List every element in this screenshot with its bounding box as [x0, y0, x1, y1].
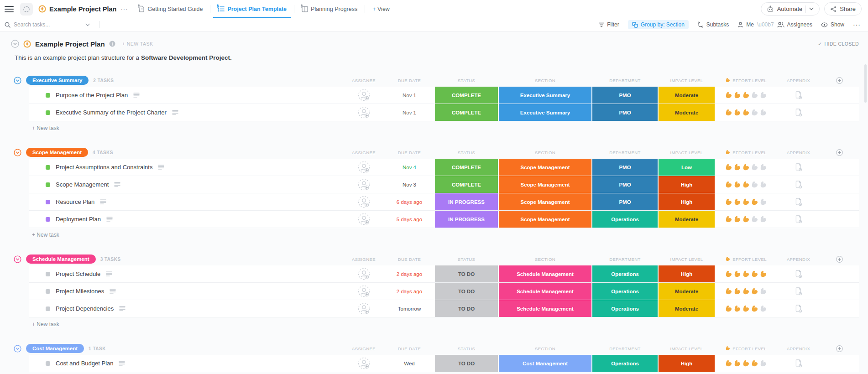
task-status-badge[interactable]: COMPLETE: [434, 87, 498, 104]
task-department-badge[interactable]: PMO: [592, 193, 658, 210]
group-collapse-chevron[interactable]: [14, 345, 21, 353]
task-due-date[interactable]: Nov 3: [384, 176, 434, 193]
task-section-badge[interactable]: Scope Management: [498, 211, 592, 228]
column-header-appendix[interactable]: APPENDIX: [777, 346, 820, 351]
column-header-department[interactable]: DEPARTMENT: [592, 78, 658, 83]
task-row[interactable]: Project Assumptions and Constraints Nov …: [11, 159, 859, 176]
new-task-button[interactable]: + New task: [29, 228, 859, 239]
column-header-effort-level[interactable]: EFFORT LEVEL: [715, 150, 777, 155]
task-department-badge[interactable]: PMO: [592, 104, 658, 121]
task-status-badge[interactable]: COMPLETE: [434, 176, 498, 193]
column-header-section[interactable]: SECTION: [498, 257, 592, 262]
task-status-square[interactable]: [46, 217, 50, 222]
task-name[interactable]: Cost and Budget Plan: [56, 360, 113, 367]
task-department-badge[interactable]: Operations: [592, 300, 658, 317]
task-impact-badge[interactable]: Moderate: [658, 300, 715, 317]
more-options-button[interactable]: ···: [853, 21, 861, 28]
task-section-badge[interactable]: Schedule Management: [498, 283, 592, 300]
hamburger-menu-icon[interactable]: [5, 6, 14, 12]
column-header-section[interactable]: SECTION: [498, 78, 592, 83]
task-due-date[interactable]: 2 days ago: [384, 283, 434, 300]
assignee-add-icon[interactable]: [358, 161, 370, 173]
assignee-add-icon[interactable]: [358, 196, 370, 208]
appendix-document-icon[interactable]: [795, 215, 802, 223]
column-header-status[interactable]: STATUS: [434, 150, 498, 155]
column-header-assignee[interactable]: ASSIGNEE: [343, 78, 384, 83]
task-status-badge[interactable]: IN PROGRESS: [434, 211, 498, 228]
task-due-date[interactable]: Nov 1: [384, 87, 434, 104]
task-section-badge[interactable]: Scope Management: [498, 176, 592, 193]
appendix-document-icon[interactable]: [795, 197, 802, 206]
group-collapse-chevron[interactable]: [14, 77, 21, 84]
search-input[interactable]: [14, 21, 82, 28]
task-status-badge[interactable]: COMPLETE: [434, 159, 498, 176]
chevron-down-icon[interactable]: [85, 23, 90, 26]
task-due-date[interactable]: Nov 4: [384, 159, 434, 176]
column-header-due-date[interactable]: DUE DATE: [384, 150, 434, 155]
group-name-chip[interactable]: Schedule Management: [26, 255, 96, 264]
task-impact-badge[interactable]: Low: [658, 159, 715, 176]
column-header-department[interactable]: DEPARTMENT: [592, 150, 658, 155]
task-impact-badge[interactable]: Moderate: [658, 283, 715, 300]
column-header-section[interactable]: SECTION: [498, 150, 592, 155]
tab-planning-progress[interactable]: Planning Progress: [297, 0, 362, 18]
task-effort-level[interactable]: [715, 87, 777, 104]
task-due-date[interactable]: Tomorrow: [384, 300, 434, 317]
column-header-department[interactable]: DEPARTMENT: [592, 346, 658, 351]
column-header-impact-level[interactable]: IMPACT LEVEL: [658, 78, 715, 83]
column-header-assignee[interactable]: ASSIGNEE: [343, 150, 384, 155]
task-status-square[interactable]: [46, 182, 50, 187]
task-section-badge[interactable]: Cost Management: [498, 355, 592, 372]
task-name[interactable]: Scope Management: [56, 181, 109, 188]
new-task-button[interactable]: + New task: [29, 121, 859, 132]
task-row[interactable]: Project Milestones 2 days ago TO DO Sche…: [11, 283, 859, 300]
add-column-button[interactable]: [820, 77, 859, 84]
title-ellipsis-menu[interactable]: ···: [120, 5, 128, 12]
task-effort-level[interactable]: [715, 355, 777, 372]
task-name[interactable]: Project Schedule: [56, 270, 100, 277]
task-name[interactable]: Resource Plan: [56, 198, 94, 205]
column-header-section[interactable]: SECTION: [498, 346, 592, 351]
loading-spinner-icon[interactable]: [20, 3, 33, 16]
column-header-impact-level[interactable]: IMPACT LEVEL: [658, 150, 715, 155]
task-status-square[interactable]: [46, 165, 50, 170]
task-due-date[interactable]: 6 days ago: [384, 193, 434, 210]
task-status-square[interactable]: [46, 289, 50, 294]
task-row[interactable]: Scope Management Nov 3 COMPLETE Scope Ma…: [11, 176, 859, 193]
task-row[interactable]: Purpose of the Project Plan Nov 1 COMPLE…: [11, 87, 859, 104]
filter-button[interactable]: Filter: [599, 21, 619, 28]
assignee-add-icon[interactable]: [358, 213, 370, 225]
task-effort-level[interactable]: [715, 300, 777, 317]
subtasks-button[interactable]: Subtasks: [697, 21, 729, 28]
vertical-scrollbar[interactable]: [864, 64, 867, 103]
task-name[interactable]: Executive Summary of the Project Charter: [56, 109, 167, 116]
group-name-chip[interactable]: Scope Management: [26, 148, 88, 157]
column-header-assignee[interactable]: ASSIGNEE: [343, 257, 384, 262]
task-status-square[interactable]: [46, 93, 50, 98]
task-department-badge[interactable]: PMO: [592, 87, 658, 104]
task-name[interactable]: Purpose of the Project Plan: [56, 92, 128, 99]
column-header-appendix[interactable]: APPENDIX: [777, 150, 820, 155]
task-due-date[interactable]: 5 days ago: [384, 211, 434, 228]
task-section-badge[interactable]: Executive Summary: [498, 104, 592, 121]
appendix-document-icon[interactable]: [795, 287, 802, 296]
column-header-due-date[interactable]: DUE DATE: [384, 346, 434, 351]
column-header-status[interactable]: STATUS: [434, 257, 498, 262]
task-due-date[interactable]: 2 days ago: [384, 265, 434, 282]
column-header-effort-level[interactable]: EFFORT LEVEL: [715, 78, 777, 83]
tab-getting-started-guide[interactable]: Getting Started Guide: [134, 0, 207, 18]
new-task-header-button[interactable]: + NEW TASK: [122, 41, 153, 47]
column-header-appendix[interactable]: APPENDIX: [777, 257, 820, 262]
assignee-add-icon[interactable]: [358, 268, 370, 280]
task-status-badge[interactable]: TO DO: [434, 283, 498, 300]
info-icon[interactable]: [109, 41, 115, 47]
task-impact-badge[interactable]: High: [658, 193, 715, 210]
column-header-department[interactable]: DEPARTMENT: [592, 257, 658, 262]
me-button[interactable]: Me: [737, 21, 754, 28]
column-header-impact-level[interactable]: IMPACT LEVEL: [658, 257, 715, 262]
column-header-appendix[interactable]: APPENDIX: [777, 78, 820, 83]
column-header-assignee[interactable]: ASSIGNEE: [343, 346, 384, 351]
assignee-add-icon[interactable]: [358, 106, 370, 119]
group-name-chip[interactable]: Cost Management: [26, 344, 84, 353]
appendix-document-icon[interactable]: [795, 108, 802, 117]
